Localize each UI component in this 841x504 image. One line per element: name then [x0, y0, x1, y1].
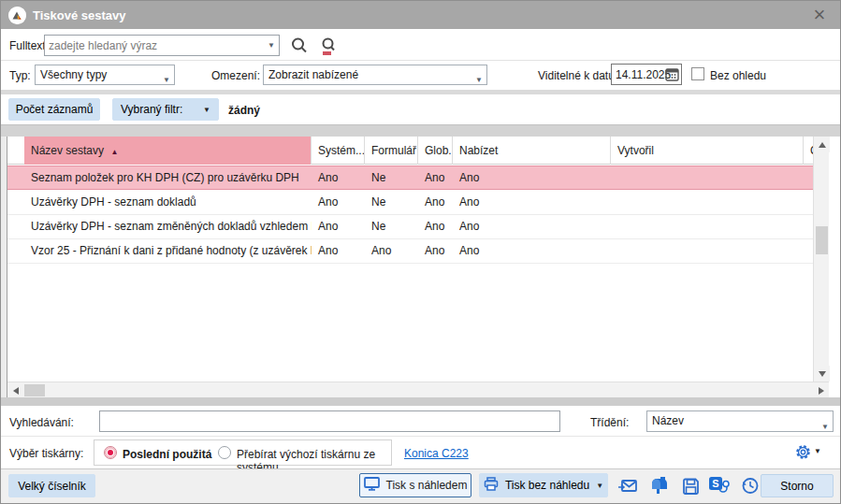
calendar-icon[interactable] [665, 67, 679, 84]
table-row[interactable]: Vzor 25 - Přiznání k dani z přidané hodn… [7, 239, 813, 264]
vyber-tiskarny-label: Výběr tiskárny: [9, 447, 83, 460]
gear-icon[interactable] [792, 441, 813, 462]
table-row[interactable]: Uzávěrky DPH - seznam změněných dokladů … [7, 215, 813, 239]
table-header: Název sestavy ▲ Systém... Formulář Glob.… [7, 137, 813, 165]
vertical-scroll-thumb[interactable] [816, 226, 828, 254]
column-header-nazev[interactable]: Název sestavy ▲ [24, 137, 312, 165]
row-selector-header [7, 137, 24, 165]
cell-glob: Ano [418, 239, 453, 264]
tisk-s-nahledem-label: Tisk s náhledem [386, 479, 468, 492]
cell-formular: Ano [365, 239, 418, 264]
tisk-s-nahledem-button[interactable]: Tisk s náhledem [359, 473, 471, 497]
pocet-zaznamu-button[interactable]: Počet záznamů [8, 98, 100, 121]
typ-caret-icon: ▼ [163, 71, 170, 85]
trideni-select[interactable]: Název ▼ [646, 410, 834, 432]
save-icon[interactable] [679, 475, 702, 497]
trideni-value: Název [652, 414, 684, 427]
vybrany-filtr-value: žádný [228, 104, 260, 117]
separator [1, 436, 841, 437]
omezeni-select[interactable]: Zobrazit nabízené ▼ [263, 65, 487, 85]
scroll-right-icon[interactable] [813, 382, 829, 398]
cell-nazev: Vzor 25 - Přiznání k dani z přidané hodn… [24, 239, 312, 264]
column-header-vytvoril[interactable]: Vytvořil [611, 137, 804, 165]
cell-glob: Ano [418, 191, 453, 215]
trideni-caret-icon: ▼ [821, 418, 829, 432]
column-header-nabizet[interactable]: Nabízet [453, 137, 611, 165]
horizontal-scrollbar[interactable] [7, 382, 829, 397]
cell-glob: Ano [418, 215, 453, 239]
cell-system: Ano [312, 191, 365, 215]
cell-system: Ano [312, 215, 365, 239]
vyhledavani-input[interactable] [99, 410, 560, 432]
scroll-up-icon[interactable] [814, 137, 830, 152]
velky-ciselnik-label: Velký číselník [18, 480, 86, 493]
omezeni-value: Zobrazit nabízené [268, 68, 358, 81]
typ-value: Všechny typy [40, 68, 107, 81]
column-header-glob[interactable]: Glob... [418, 137, 453, 165]
table-row[interactable]: Uzávěrky DPH - seznam dokladů Ano Ne Ano… [7, 191, 813, 215]
storno-label: Storno [780, 480, 813, 493]
tisk-bez-nahledu-caret-icon: ▼ [596, 482, 603, 490]
cell-formular: Ne [365, 166, 418, 191]
dialog-tiskove-sestavy: Tiskové sestavy × Fulltext ▼ Typ: Všechn… [0, 0, 841, 504]
column-header-nazev-label: Název sestavy [31, 144, 104, 157]
history-icon[interactable] [738, 474, 761, 497]
printer-icon [484, 477, 499, 494]
typ-select[interactable]: Všechny typy ▼ [35, 65, 175, 85]
app-logo-icon [8, 7, 26, 24]
section-band [1, 397, 841, 406]
vybrany-filtr-label: Vybraný filtr: [121, 103, 182, 116]
s3-export-icon[interactable]: S [707, 474, 730, 497]
vertical-scrollbar[interactable] [813, 137, 829, 382]
radio-posledni-pouzita[interactable] [104, 446, 117, 459]
cell-nabizet: Ano [453, 215, 611, 239]
cell-system: Ano [312, 239, 365, 264]
printer-link[interactable]: Konica C223 [404, 447, 469, 460]
section-band [1, 124, 841, 137]
scroll-down-icon[interactable] [814, 366, 830, 382]
bez-ohledu-label: Bez ohledu [710, 69, 766, 82]
scroll-left-icon[interactable] [7, 382, 23, 398]
column-header-formular[interactable]: Formulář [365, 137, 418, 165]
fulltext-combo[interactable]: ▼ [44, 35, 280, 56]
horizontal-scroll-thumb[interactable] [24, 384, 45, 396]
vybrany-filtr-button[interactable]: Vybraný filtr: ▼ [112, 98, 219, 121]
table-row[interactable]: Seznam položek pro KH DPH (CZ) pro uzávě… [7, 166, 813, 190]
velky-ciselnik-button[interactable]: Velký číselník [8, 474, 95, 497]
date-field[interactable]: 14.11.2025 [611, 64, 682, 85]
omezeni-caret-icon: ▼ [475, 71, 483, 85]
storno-button[interactable]: Storno [761, 474, 834, 497]
title-bar: Tiskové sestavy × [1, 1, 841, 29]
bez-ohledu-checkbox[interactable] [691, 67, 704, 80]
cell-nabizet: Ano [453, 191, 611, 215]
typ-label: Typ: [9, 69, 31, 82]
column-header-clipped[interactable]: C [804, 137, 813, 165]
fulltext-input[interactable] [44, 35, 280, 56]
tisk-bez-nahledu-button[interactable]: Tisk bez náhledu ▼ [479, 473, 608, 497]
vyhledavani-label: Vyhledávání: [9, 416, 74, 429]
fulltext-label: Fulltext [9, 39, 46, 52]
search-advanced-icon[interactable] [317, 35, 340, 57]
cell-vytvoril [611, 239, 804, 264]
close-icon[interactable]: × [808, 4, 831, 26]
cell-nabizet: Ano [453, 166, 611, 191]
gear-caret-icon[interactable]: ▼ [814, 447, 821, 455]
column-header-glob-label: Glob... [425, 144, 453, 157]
cell-vytvoril [611, 215, 804, 239]
section-band [1, 90, 841, 94]
cell-vytvoril [611, 166, 804, 191]
tisk-bez-nahledu-label: Tisk bez náhledu [505, 479, 589, 492]
mailbox-icon[interactable] [647, 474, 670, 497]
cell-formular: Ne [365, 215, 418, 239]
fulltext-caret-icon[interactable]: ▼ [268, 41, 275, 50]
cell-glob: Ano [418, 166, 453, 191]
column-header-formular-label: Formulář [371, 144, 416, 157]
search-icon[interactable] [288, 35, 311, 57]
column-header-system[interactable]: Systém... [312, 137, 365, 165]
cell-nazev: Uzávěrky DPH - seznam dokladů [24, 191, 312, 215]
radio-prebirat-vychozi[interactable] [218, 446, 231, 459]
column-header-system-label: Systém... [318, 144, 365, 157]
cell-formular: Ne [365, 191, 418, 215]
send-email-icon[interactable] [616, 475, 639, 497]
cell-nabizet: Ano [453, 239, 611, 264]
